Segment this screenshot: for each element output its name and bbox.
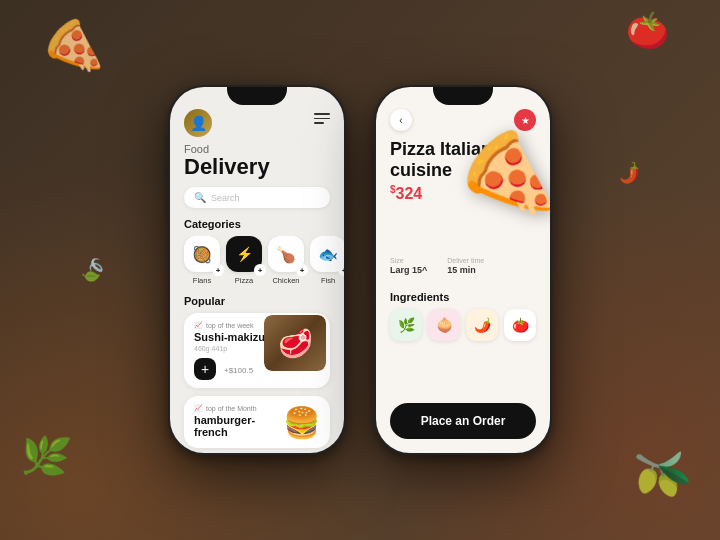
search-icon: 🔍 [194,192,206,203]
size-value: Larg 15^ [390,265,427,275]
hamburger-image: 🍔 [283,405,320,440]
app-title: Food Delivery [170,143,344,187]
left-notch [227,87,287,105]
pizza-image: 🍕 [450,119,550,239]
place-order-button[interactable]: Place an Order [390,403,536,439]
right-notch [433,87,493,105]
category-flans[interactable]: 🥘 + Flans [184,236,220,285]
ingredient-onion[interactable]: 🧅 [428,309,460,341]
flans-label: Flans [193,276,211,285]
chart-icon-2: 📈 [194,404,203,412]
chicken-plus: + [296,264,308,276]
deliver-time-label: Deliver time [447,257,484,264]
ingredient-pepper[interactable]: 🌶️ [466,309,498,341]
avatar[interactable]: 👤 [184,109,212,137]
chicken-icon: 🍗 [276,245,296,264]
category-fish[interactable]: 🐟 + Fish [310,236,344,285]
ingredient-tomato[interactable]: 🍅 [504,309,536,341]
left-screen: 👤 Food Delivery 🔍 Search Categories 🥘 + [170,87,344,453]
pizza-plus: + [254,264,266,276]
ingredient-herb[interactable]: 🌿 [390,309,422,341]
search-bar[interactable]: 🔍 Search [184,187,330,208]
detail-size: Size Larg 15^ [390,257,427,275]
left-phone: 👤 Food Delivery 🔍 Search Categories 🥘 + [168,85,346,455]
add-sushi-button[interactable]: + [194,358,216,380]
pizza-icon: ⚡ [236,246,253,262]
right-phone: ‹ ★ Pizza Italian cuisine $324 🍕 [374,85,552,455]
order-button-container: Place an Order [376,393,550,453]
popular-item-hamburger[interactable]: 📈 top of the Month hamburger-french 🍔 [184,396,330,448]
fish-label: Fish [321,276,335,285]
ingredients-section: Ingredients 🌿 🧅 🌶️ 🍅 [376,283,550,341]
popular-section: Popular 📈 top of the week Sushi-makizush… [170,295,344,448]
menu-icon[interactable] [314,109,330,124]
fish-plus: + [338,264,344,276]
chart-icon: 📈 [194,321,203,329]
pizza-hero: Pizza Italian cuisine $324 🍕 [390,139,550,249]
sushi-image: 🥩 [264,315,326,371]
back-icon: ‹ [399,115,402,126]
ingredients-list: 🌿 🧅 🌶️ 🍅 [390,309,536,341]
price-value: 324 [396,186,423,203]
ingredients-title: Ingredients [390,291,536,303]
categories-title: Categories [170,218,344,236]
size-label: Size [390,257,427,264]
category-chicken[interactable]: 🍗 + Chicken [268,236,304,285]
right-screen: ‹ ★ Pizza Italian cuisine $324 🍕 [376,87,550,453]
popular-title: Popular [184,295,330,313]
top-of-month-badge: 📈 top of the Month [194,404,283,412]
search-placeholder: Search [211,193,240,203]
flans-plus: + [212,264,224,276]
hamburger-name: hamburger-french [194,414,283,438]
pizza-label: Pizza [235,276,253,285]
pizza-details: Size Larg 15^ Deliver time 15 min [376,249,550,283]
popular-item-sushi[interactable]: 📈 top of the week Sushi-makizush 460g 44… [184,313,330,388]
flans-icon: 🥘 [192,245,212,264]
pizza-emoji: 🍕 [450,119,550,239]
delivery-label: Delivery [184,155,330,179]
deliver-time-value: 15 min [447,265,484,275]
phones-container: 👤 Food Delivery 🔍 Search Categories 🥘 + [168,85,552,455]
sushi-bg: 🥩 [264,315,326,371]
detail-deliver-time: Deliver time 15 min [447,257,484,275]
back-button[interactable]: ‹ [390,109,412,131]
fish-icon: 🐟 [318,245,338,264]
category-pizza[interactable]: ⚡ + Pizza [226,236,262,285]
sushi-price: +$100.5 [224,366,253,375]
chicken-label: Chicken [272,276,299,285]
categories-list: 🥘 + Flans ⚡ + Pizza 🍗 + [170,236,344,295]
